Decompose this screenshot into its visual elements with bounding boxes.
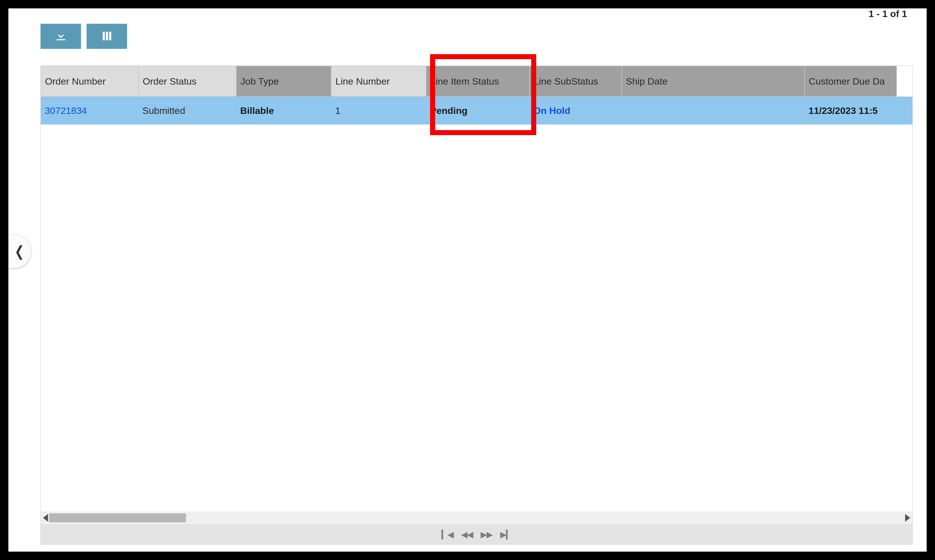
- cell-order-number[interactable]: 30721834: [41, 97, 139, 125]
- column-header-customer-due[interactable]: Customer Due Da: [804, 66, 897, 97]
- column-header-line-item-status[interactable]: Line Item Status: [426, 66, 530, 97]
- pager-prev-button[interactable]: ◀◀: [461, 529, 473, 539]
- columns-button[interactable]: [86, 24, 127, 49]
- column-header-order-number[interactable]: Order Number: [41, 66, 139, 97]
- scrollbar-track[interactable]: [49, 513, 904, 522]
- cell-line-number: 1: [331, 97, 426, 125]
- svg-rect-0: [103, 32, 105, 40]
- cell-line-substatus[interactable]: On Hold: [530, 97, 622, 125]
- column-header-job-type[interactable]: Job Type: [236, 66, 331, 97]
- table-row[interactable]: 30721834 Submitted Billable 1 Pending On…: [41, 97, 912, 125]
- pagination-summary: 1 - 1 of 1: [869, 8, 907, 19]
- column-header-ship-date[interactable]: Ship Date: [622, 66, 804, 97]
- cell-ship-date: [622, 97, 804, 125]
- scroll-right-icon[interactable]: [905, 514, 910, 522]
- pager-next-button[interactable]: ▶▶: [481, 529, 492, 539]
- pager-last-button[interactable]: ▶▎: [500, 529, 512, 539]
- scroll-left-icon[interactable]: [43, 514, 48, 522]
- svg-rect-2: [109, 32, 111, 40]
- pager-first-button[interactable]: ▎◀: [442, 529, 453, 539]
- download-button[interactable]: [40, 24, 81, 49]
- download-icon: [54, 29, 67, 43]
- cell-job-type: Billable: [236, 97, 331, 125]
- column-header-line-number[interactable]: Line Number: [331, 66, 426, 97]
- grid-toolbar: [40, 24, 127, 49]
- column-header-line-substatus[interactable]: Line SubStatus: [530, 66, 622, 97]
- grid-body: 30721834 Submitted Billable 1 Pending On…: [41, 97, 912, 511]
- cell-line-item-status: Pending: [426, 97, 530, 125]
- cell-customer-due: 11/23/2023 11:5: [804, 97, 897, 125]
- svg-rect-1: [106, 32, 108, 40]
- column-header-order-status[interactable]: Order Status: [139, 66, 236, 97]
- cell-order-status: Submitted: [139, 97, 236, 125]
- pager: ▎◀ ◀◀ ▶▶ ▶▎: [41, 524, 912, 545]
- grid-header-row: Order Number Order Status Job Type Line …: [41, 66, 912, 97]
- data-grid: Order Number Order Status Job Type Line …: [40, 66, 913, 545]
- columns-icon: [100, 29, 113, 43]
- chevron-left-icon: ❮: [14, 243, 24, 260]
- scrollbar-thumb[interactable]: [49, 513, 186, 522]
- horizontal-scrollbar[interactable]: [41, 511, 912, 524]
